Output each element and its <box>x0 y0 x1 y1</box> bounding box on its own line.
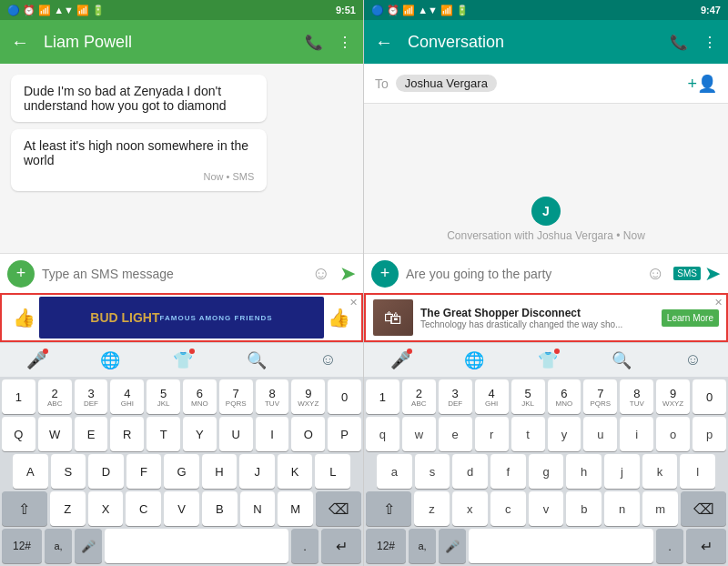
rkey-b[interactable]: b <box>566 491 602 526</box>
key-f[interactable]: F <box>126 454 162 489</box>
key-t[interactable]: T <box>147 417 180 451</box>
rkey-space[interactable] <box>469 529 653 563</box>
left-toolbar-search[interactable]: 🔍 <box>247 350 267 370</box>
rkey-g[interactable]: g <box>529 454 564 489</box>
rkey-comma[interactable]: a, <box>409 529 436 563</box>
rkey-m[interactable]: m <box>642 491 678 526</box>
rkey-period[interactable]: . <box>656 529 683 563</box>
left-toolbar-mic[interactable]: 🎤 <box>26 350 46 370</box>
rkey-l[interactable]: l <box>680 454 715 489</box>
rkey-backspace[interactable]: ⌫ <box>681 491 726 526</box>
key-e[interactable]: E <box>75 417 108 451</box>
to-contact-chip[interactable]: Joshua Vergara <box>396 75 497 92</box>
key-period-left[interactable]: . <box>291 529 318 563</box>
key-g[interactable]: G <box>164 454 199 489</box>
rkey-shift[interactable]: ⇧ <box>366 491 411 526</box>
key-x[interactable]: X <box>88 491 124 526</box>
rkey-2[interactable]: 2ABC <box>402 379 436 414</box>
rkey-r[interactable]: r <box>475 417 509 451</box>
rkey-3[interactable]: 3DEF <box>439 379 472 414</box>
key-u[interactable]: U <box>219 417 253 451</box>
rkey-7[interactable]: 7PQRS <box>583 379 617 414</box>
rkey-5[interactable]: 5JKL <box>511 379 545 414</box>
rkey-q[interactable]: q <box>366 417 399 451</box>
key-3[interactable]: 3DEF <box>75 379 108 414</box>
right-toolbar-shirt[interactable]: 👕 <box>538 350 558 370</box>
rkey-6[interactable]: 6MNO <box>548 379 581 414</box>
key-5[interactable]: 5JKL <box>147 379 180 414</box>
rkey-f[interactable]: f <box>490 454 526 489</box>
key-a[interactable]: A <box>13 454 48 489</box>
right-more-icon[interactable]: ⋮ <box>703 34 717 51</box>
right-sms-input[interactable] <box>406 267 641 281</box>
rkey-d[interactable]: d <box>452 454 488 489</box>
right-send-button[interactable]: ➤ <box>704 262 721 286</box>
rkey-t[interactable]: t <box>511 417 545 451</box>
rkey-x[interactable]: x <box>452 491 488 526</box>
rkey-e[interactable]: e <box>439 417 472 451</box>
rkey-a[interactable]: a <box>377 454 412 489</box>
rkey-h[interactable]: h <box>566 454 602 489</box>
key-mic-left[interactable]: 🎤 <box>75 529 102 563</box>
rkey-mic[interactable]: 🎤 <box>439 529 466 563</box>
key-y[interactable]: Y <box>183 417 217 451</box>
key-j[interactable]: J <box>239 454 275 489</box>
left-phone-icon[interactable]: 📞 <box>305 34 323 51</box>
rkey-return[interactable]: ↵ <box>686 529 726 563</box>
left-back-button[interactable]: ← <box>11 32 29 53</box>
right-toolbar-search[interactable]: 🔍 <box>612 350 632 370</box>
right-add-button[interactable]: + <box>371 260 399 288</box>
rkey-i[interactable]: i <box>620 417 653 451</box>
left-toolbar-shirt[interactable]: 👕 <box>173 350 193 370</box>
left-sms-input[interactable] <box>42 267 307 281</box>
right-toolbar-mic[interactable]: 🎤 <box>390 350 410 370</box>
key-o[interactable]: O <box>291 417 325 451</box>
add-contact-button[interactable]: +👤 <box>687 74 717 94</box>
left-ad-content[interactable]: BUD LIGHT FAMOUS AMONG FRIENDS <box>39 297 324 339</box>
rkey-p[interactable]: p <box>693 417 726 451</box>
rkey-s[interactable]: s <box>415 454 450 489</box>
rkey-num[interactable]: 12# <box>366 529 406 563</box>
right-toolbar-emoji[interactable]: ☺ <box>684 350 701 369</box>
key-1[interactable]: 1 <box>2 379 35 414</box>
key-comma-left[interactable]: a, <box>45 529 72 563</box>
key-r[interactable]: R <box>110 417 144 451</box>
key-v[interactable]: V <box>164 491 199 526</box>
rkey-o[interactable]: o <box>656 417 690 451</box>
rkey-z[interactable]: z <box>414 491 450 526</box>
rkey-9[interactable]: 9WXYZ <box>656 379 690 414</box>
key-9[interactable]: 9WXYZ <box>291 379 325 414</box>
left-toolbar-emoji[interactable]: ☺ <box>319 350 336 369</box>
key-7[interactable]: 7PQRS <box>219 379 253 414</box>
rkey-8[interactable]: 8TUV <box>620 379 653 414</box>
key-m[interactable]: M <box>278 491 313 526</box>
key-h[interactable]: H <box>202 454 238 489</box>
key-d[interactable]: D <box>88 454 124 489</box>
left-emoji-button[interactable]: ☺ <box>312 263 330 284</box>
key-4[interactable]: 4GHI <box>110 379 144 414</box>
right-phone-icon[interactable]: 📞 <box>670 34 688 51</box>
key-return-left[interactable]: ↵ <box>321 529 361 563</box>
rkey-c[interactable]: c <box>490 491 526 526</box>
right-toolbar-globe[interactable]: 🌐 <box>464 350 484 370</box>
key-backspace[interactable]: ⌫ <box>316 491 361 526</box>
right-ad-cta[interactable]: Learn More <box>662 309 719 327</box>
left-add-button[interactable]: + <box>7 260 35 288</box>
key-0[interactable]: 0 <box>328 379 361 414</box>
key-space-left[interactable] <box>105 529 288 563</box>
right-ad-image[interactable]: 🛍 <box>373 299 413 336</box>
rkey-k[interactable]: k <box>642 454 678 489</box>
rkey-n[interactable]: n <box>604 491 640 526</box>
key-num-left[interactable]: 12# <box>2 529 42 563</box>
key-i[interactable]: I <box>256 417 289 451</box>
left-more-icon[interactable]: ⋮ <box>338 34 352 51</box>
left-toolbar-globe[interactable]: 🌐 <box>100 350 120 370</box>
right-emoji-button[interactable]: ☺ <box>646 263 664 284</box>
rkey-1[interactable]: 1 <box>366 379 399 414</box>
rkey-0[interactable]: 0 <box>693 379 726 414</box>
right-ad-close[interactable]: ✕ <box>714 297 723 308</box>
rkey-v[interactable]: v <box>529 491 564 526</box>
rkey-u[interactable]: u <box>583 417 617 451</box>
rkey-y[interactable]: y <box>548 417 581 451</box>
right-back-button[interactable]: ← <box>375 32 393 53</box>
